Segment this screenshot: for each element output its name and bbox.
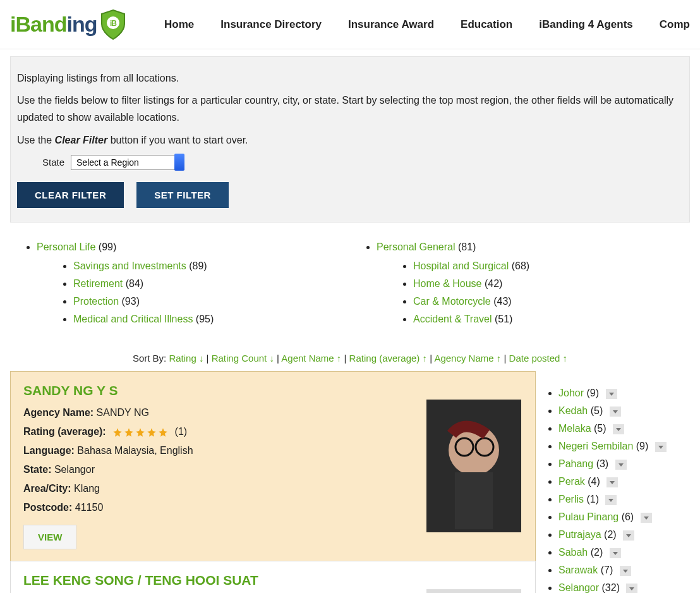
expand-icon[interactable] (623, 530, 634, 541)
nav-comp[interactable]: Comp (660, 18, 690, 31)
cat-personal-general[interactable]: Personal General (377, 241, 456, 252)
cat-personal-life[interactable]: Personal Life (37, 241, 95, 252)
star-icon (112, 427, 123, 437)
filter-line3: Use the Clear Filter button if you want … (17, 131, 683, 149)
svg-rect-4 (455, 472, 493, 529)
nav-agents[interactable]: iBanding 4 Agents (539, 18, 633, 31)
star-icon (124, 427, 134, 437)
agent-photo (426, 589, 521, 593)
shield-icon: iB (99, 9, 127, 40)
state-link[interactable]: Kedah (558, 405, 588, 416)
expand-icon[interactable] (606, 477, 618, 487)
region-select[interactable]: Select a Region (71, 155, 184, 170)
filter-line2: Use the fields below to filter listings … (17, 92, 683, 126)
subcategory-link[interactable]: Retirement (73, 278, 123, 289)
state-link[interactable]: Pahang (558, 458, 593, 469)
state-link[interactable]: Pulau Pinang (558, 511, 619, 522)
state-label: State (42, 154, 64, 171)
state-link[interactable]: Sabah (558, 547, 588, 558)
expand-icon[interactable] (655, 442, 667, 452)
logo-text-2: ing (66, 12, 97, 37)
expand-icon[interactable] (606, 389, 617, 399)
listings: SANDY NG Y S Agency Name: SANDY NG Ratin… (10, 371, 536, 593)
site-header: iBanding iB Home Insurance Directory Ins… (0, 0, 700, 49)
state-link[interactable]: Putrajaya (558, 529, 601, 540)
star-icon (158, 427, 168, 437)
expand-icon[interactable] (620, 566, 631, 576)
main-nav: Home Insurance Directory Insurance Award… (164, 18, 690, 31)
sort-option[interactable]: Agency Name ↑ (434, 353, 501, 364)
expand-icon[interactable] (613, 424, 624, 434)
filter-line1: Displaying listings from all locations. (17, 70, 683, 87)
sort-label: Sort By: (133, 353, 169, 364)
star-icon (147, 427, 157, 437)
listing-card: SANDY NG Y S Agency Name: SANDY NG Ratin… (10, 371, 536, 561)
star-rating (112, 427, 168, 437)
nav-award[interactable]: Insurance Award (348, 18, 434, 31)
clear-filter-button[interactable]: CLEAR FILTER (17, 182, 124, 208)
expand-icon[interactable] (615, 460, 627, 470)
set-filter-button[interactable]: SET FILTER (136, 182, 229, 208)
logo[interactable]: iBanding iB (10, 9, 127, 40)
expand-icon[interactable] (605, 495, 617, 505)
state-link[interactable]: Perak (558, 476, 585, 487)
sort-option[interactable]: Agent Name ↑ (281, 353, 341, 364)
state-link[interactable]: Selangor (558, 582, 599, 593)
state-link[interactable]: Perlis (558, 494, 584, 504)
nav-directory[interactable]: Insurance Directory (220, 18, 322, 31)
expand-icon[interactable] (641, 513, 652, 523)
nav-home[interactable]: Home (164, 18, 194, 31)
expand-icon[interactable] (610, 407, 621, 417)
svg-text:iB: iB (110, 19, 117, 28)
listing-card: LEE KENG SONG / TENG HOOI SUAT Agency Na… (10, 561, 536, 593)
subcategory-link[interactable]: Home & House (413, 278, 482, 289)
state-link[interactable]: Sarawak (558, 565, 598, 575)
expand-icon[interactable] (626, 584, 637, 593)
state-link[interactable]: Negeri Sembilan (558, 441, 633, 451)
subcategory-link[interactable]: Medical and Critical Illness (73, 314, 193, 324)
filter-box: Displaying listings from all locations. … (10, 56, 690, 223)
expand-icon[interactable] (610, 548, 621, 558)
subcategory-link[interactable]: Accident & Travel (413, 314, 492, 324)
agent-photo (426, 400, 521, 532)
subcategory-link[interactable]: Car & Motorcycle (413, 296, 491, 307)
star-icon (135, 427, 145, 437)
sort-option[interactable]: Rating Count ↓ (212, 353, 274, 364)
sort-option[interactable]: Rating (average) ↑ (349, 353, 427, 364)
view-button[interactable]: VIEW (23, 525, 76, 549)
nav-education[interactable]: Education (461, 18, 512, 31)
listing-name[interactable]: SANDY NG Y S (23, 383, 522, 398)
subcategory-link[interactable]: Hospital and Surgical (413, 260, 509, 271)
subcategory-link[interactable]: Savings and Investments (73, 260, 186, 271)
sort-option[interactable]: Date posted ↑ (509, 353, 568, 364)
state-link[interactable]: Melaka (558, 423, 591, 434)
listing-name[interactable]: LEE KENG SONG / TENG HOOI SUAT (23, 573, 522, 588)
subcategory-link[interactable]: Protection (73, 296, 119, 307)
logo-text-1: iBand (10, 12, 66, 37)
sort-row: Sort By: Rating ↓ | Rating Count ↓ | Age… (0, 338, 700, 367)
category-columns: Personal Life (99) Savings and Investmen… (0, 223, 700, 338)
sort-option[interactable]: Rating ↓ (169, 353, 203, 364)
states-sidebar: Johor (9) Kedah (5) Melaka (5) Negeri Se… (536, 367, 700, 593)
state-link[interactable]: Johor (558, 388, 584, 398)
